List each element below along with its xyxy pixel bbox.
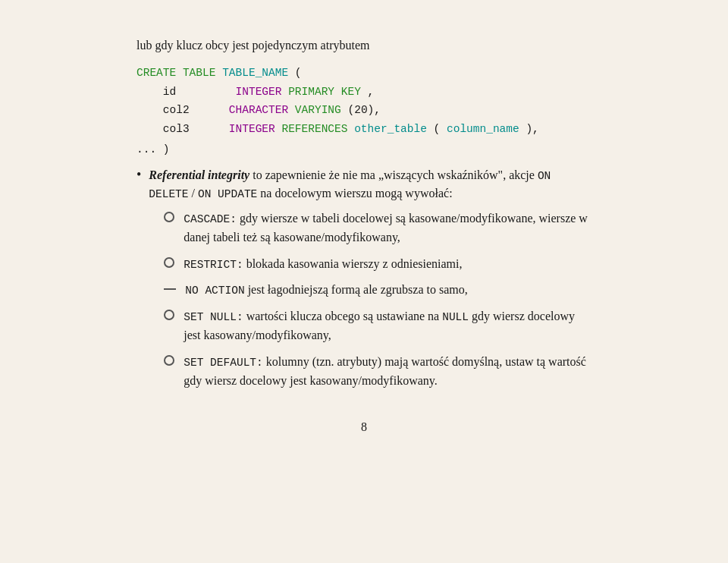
- restrict-keyword: RESTRICT:: [184, 259, 243, 271]
- cascade-desc: gdy wiersze w tabeli docelowej są kasowa…: [184, 212, 588, 244]
- ref-column: column_name: [447, 123, 519, 135]
- keyword-primary-key: PRIMARY KEY: [288, 86, 361, 98]
- keyword-references: REFERENCES: [281, 123, 347, 135]
- keyword-varying: VARYING: [295, 104, 341, 116]
- keyword-create: CREATE: [136, 67, 176, 79]
- sub-item-no-action: NO ACTION jest łagodniejszą formą ale zg…: [164, 281, 592, 300]
- set-default-text: SET DEFAULT: kolumny (tzn. atrybuty) maj…: [184, 353, 592, 391]
- referential-integrity-label: Referential integrity: [149, 168, 249, 181]
- code-line-1: CREATE TABLE TABLE_NAME (: [136, 64, 592, 83]
- set-null-desc: wartości klucza obcego są ustawiane na: [246, 310, 443, 322]
- bullet-text-part2: na docelowym wierszu mogą wywołać:: [260, 187, 452, 200]
- main-bullet-text: Referential integrity to zapewnienie że …: [149, 166, 592, 398]
- cascade-text: CASCADE: gdy wiersze w tabeli docelowej …: [184, 209, 592, 247]
- restrict-text: RESTRICT: blokada kasowania wierszy z od…: [184, 255, 592, 274]
- no-action-text: NO ACTION jest łagodniejszą formą ale zg…: [185, 281, 592, 300]
- code-line-2: id INTEGER PRIMARY KEY ,: [136, 83, 592, 102]
- keyword-character: CHARACTER: [229, 104, 288, 116]
- restrict-desc: blokada kasowania wierszy z odniesieniam…: [246, 257, 463, 270]
- code-line-3: col2 CHARACTER VARYING (20),: [136, 101, 592, 120]
- keyword-table: TABLE: [183, 67, 216, 79]
- dash-bullet-no-action: [164, 288, 176, 290]
- set-null-keyword: SET NULL:: [184, 311, 243, 323]
- sub-item-set-default: SET DEFAULT: kolumny (tzn. atrybuty) maj…: [164, 353, 592, 391]
- set-default-keyword: SET DEFAULT:: [184, 357, 262, 369]
- keyword-tablename: TABLE_NAME: [222, 67, 288, 79]
- main-bullet-item: • Referential integrity to zapewnienie ż…: [136, 166, 592, 398]
- bullet-dot-icon: •: [136, 165, 141, 185]
- cascade-keyword: CASCADE:: [184, 213, 237, 225]
- no-action-desc: jest łagodniejszą formą ale zgrubsza to …: [248, 283, 468, 296]
- page-container: lub gdy klucz obcy jest pojedynczym atry…: [91, 0, 637, 480]
- set-null-text: SET NULL: wartości klucza obcego są usta…: [184, 307, 592, 345]
- ellipsis-dots: ...: [136, 143, 156, 156]
- keyword-integer-1: INTEGER: [236, 86, 282, 98]
- circle-bullet-cascade: [164, 212, 174, 222]
- bullet-text-part1: to zapewnienie że nie ma „wiszących wska…: [253, 168, 538, 181]
- circle-bullet-set-default: [164, 355, 174, 366]
- sub-list: CASCADE: gdy wiersze w tabeli docelowej …: [164, 209, 592, 390]
- on-update-keyword: ON UPDATE: [198, 188, 257, 200]
- sub-item-cascade: CASCADE: gdy wiersze w tabeli docelowej …: [164, 209, 592, 247]
- ellipsis-line: ... ): [136, 143, 592, 156]
- intro-text: lub gdy klucz obcy jest pojedynczym atry…: [136, 36, 592, 55]
- sub-item-restrict: RESTRICT: blokada kasowania wierszy z od…: [164, 255, 592, 274]
- sub-item-set-null: SET NULL: wartości klucza obcego są usta…: [164, 307, 592, 345]
- page-number: 8: [136, 420, 592, 434]
- bullet-section: • Referential integrity to zapewnienie ż…: [136, 166, 592, 398]
- code-block: CREATE TABLE TABLE_NAME ( id INTEGER PRI…: [136, 64, 592, 139]
- circle-bullet-restrict: [164, 257, 174, 268]
- keyword-integer-2: INTEGER: [229, 123, 275, 135]
- slash-text: /: [192, 187, 198, 200]
- circle-bullet-set-null: [164, 310, 174, 320]
- no-action-keyword: NO ACTION: [185, 285, 244, 297]
- ref-table: other_table: [354, 123, 427, 135]
- null-keyword: NULL: [442, 311, 469, 323]
- code-line-4: col3 INTEGER REFERENCES other_table ( co…: [136, 120, 592, 139]
